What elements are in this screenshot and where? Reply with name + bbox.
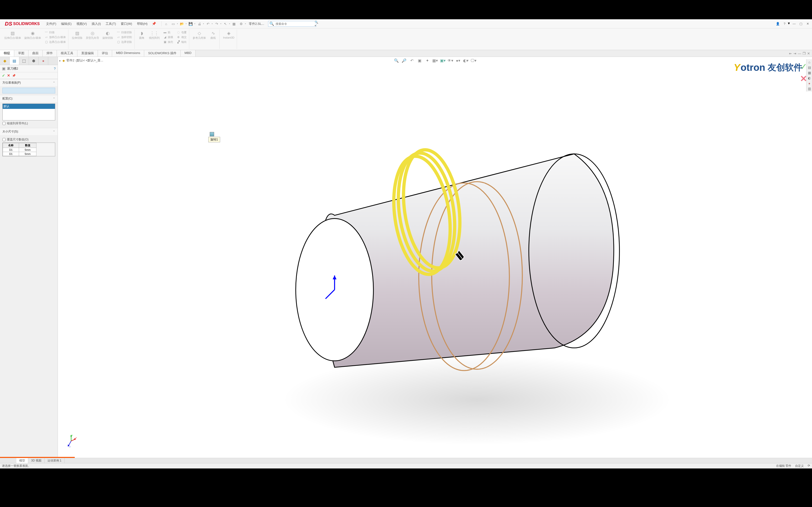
close-button[interactable]: ✕	[804, 21, 811, 27]
zoom-fit-icon[interactable]: 🔍	[393, 57, 400, 64]
open-icon[interactable]: 📂	[179, 21, 185, 27]
fm-tab-feature[interactable]: ◆	[0, 57, 10, 65]
menu-edit[interactable]: 编辑(E)	[59, 22, 74, 26]
hide-show-icon[interactable]: 👁▾	[447, 57, 454, 64]
tab-motion-study[interactable]: 运动算例 1	[45, 458, 65, 463]
pin-icon[interactable]: 📌	[150, 22, 158, 26]
ref-geometry-button[interactable]: ◇参考几何体	[192, 30, 207, 40]
section-size[interactable]: 大小尺寸(S): ⌃	[0, 128, 58, 135]
tab-weldments[interactable]: 焊件	[43, 50, 57, 57]
loft-button[interactable]: ▱放样凸台/基体	[43, 35, 67, 40]
collapse-right-icon[interactable]: ⇥	[794, 52, 796, 55]
tab-features[interactable]: 特征	[0, 50, 14, 57]
save-icon[interactable]: 💾	[188, 21, 194, 27]
home-icon[interactable]: ⌂	[163, 21, 169, 27]
undo-icon[interactable]: ↶	[205, 21, 211, 27]
maximize-button[interactable]: ▢	[798, 21, 804, 27]
tab-sketch[interactable]: 草图	[14, 50, 29, 57]
revolve-cut-button[interactable]: ◐旋转切除	[101, 30, 114, 44]
menu-view[interactable]: 视图(V)	[74, 22, 89, 26]
display-style-icon[interactable]: ▣▾	[440, 57, 446, 64]
help-icon[interactable]: ?	[781, 21, 788, 27]
rebuild-icon[interactable]: ▦	[231, 21, 237, 27]
custom-props-icon[interactable]: ▥	[807, 86, 812, 91]
sweep-cut-button[interactable]: 〰扫描切除	[115, 30, 133, 35]
table-row[interactable]: D1 5mm	[3, 148, 36, 152]
override-dimension-checkbox[interactable]: 覆盖尺寸数值(O)	[2, 136, 55, 143]
config-item-default[interactable]: 默认	[3, 104, 55, 109]
instant3d-button[interactable]: ◈Instant3D	[222, 30, 235, 40]
previous-view-icon[interactable]: ↶	[409, 57, 415, 64]
sweep-button[interactable]: 〰扫描	[43, 30, 67, 35]
pm-cancel-button[interactable]: ✕	[7, 73, 10, 78]
fm-tab-config[interactable]: ⬚	[19, 57, 29, 65]
minimize-button[interactable]: —	[791, 21, 798, 27]
tab-3d-views[interactable]: 3D 视图	[28, 458, 45, 463]
table-row[interactable]: D1 5mm	[3, 152, 36, 156]
zoom-area-icon[interactable]: 🔎	[401, 57, 407, 64]
fm-tab-property[interactable]: ▤	[10, 57, 19, 65]
user-icon[interactable]: 👤	[774, 21, 781, 27]
view-settings-icon[interactable]: 🖵▾	[470, 57, 477, 64]
status-refresh-icon[interactable]: ⟳	[808, 464, 810, 468]
section-datum-plane[interactable]: 方位基准面(P) ⌃	[0, 79, 58, 86]
view-palette-icon[interactable]: ◐	[807, 76, 812, 80]
window-minimize-icon[interactable]: —	[798, 52, 801, 55]
intersect-button[interactable]: ⊗相交	[175, 35, 188, 40]
draft-button[interactable]: ◢拔模	[162, 35, 174, 40]
file-explorer-icon[interactable]: ▦	[807, 70, 812, 75]
window-restore-icon[interactable]: ❐	[803, 52, 806, 55]
menu-help[interactable]: 帮助(H)	[135, 22, 150, 26]
extrude-boss-button[interactable]: ▧拉伸凸台/基体	[3, 30, 22, 44]
apply-scene-icon[interactable]: ◐▾	[463, 57, 469, 64]
tab-mbd[interactable]: MBD	[181, 50, 196, 57]
curves-button[interactable]: ∿曲线	[208, 30, 218, 40]
tab-model[interactable]: 模型	[16, 458, 28, 463]
redo-icon[interactable]: ↷	[214, 21, 220, 27]
menu-tools[interactable]: 工具(T)	[103, 22, 118, 26]
fm-tab-dimxpert[interactable]: ⊕	[29, 57, 39, 65]
select-icon[interactable]: ↖	[222, 21, 229, 27]
design-library-icon[interactable]: ▤	[807, 65, 812, 70]
loft-cut-button[interactable]: ▱放样切割	[115, 35, 133, 40]
view-orientation-icon[interactable]: ▦▾	[432, 57, 438, 64]
wrap-button[interactable]: ◌包覆	[175, 30, 188, 35]
home-pane-icon[interactable]: ⌂	[807, 60, 812, 65]
tab-evaluate[interactable]: 评估	[98, 50, 112, 57]
mirror-button[interactable]: ▞镜向	[175, 40, 188, 44]
tab-mbd-dimensions[interactable]: MBD Dimensions	[112, 50, 144, 57]
search-input[interactable]	[274, 22, 313, 25]
rib-button[interactable]: ▬筋	[162, 30, 174, 35]
print-icon[interactable]: 🖨	[196, 21, 203, 27]
collapse-left-icon[interactable]: ⇤	[789, 52, 792, 55]
menu-window[interactable]: 窗口(W)	[118, 22, 135, 26]
breadcrumb-arrow-icon[interactable]: ▸	[59, 59, 61, 62]
hole-wizard-button[interactable]: ◎异型孔向导	[85, 30, 100, 44]
shell-button[interactable]: ▣抽壳	[162, 40, 174, 44]
link-to-library-checkbox[interactable]: 链接到库零件(L)	[2, 120, 55, 126]
status-custom[interactable]: 自定义	[795, 464, 804, 468]
boundary-cut-button[interactable]: ▢边界切除	[115, 40, 133, 44]
revolve-boss-button[interactable]: ◉旋转凸台/基体	[23, 30, 42, 44]
menu-insert[interactable]: 插入(I)	[89, 22, 103, 26]
tab-mold-tools[interactable]: 模具工具	[57, 50, 78, 57]
tab-addins[interactable]: SOLIDWORKS 插件	[144, 50, 181, 57]
breadcrumb-part[interactable]: 零件2	[66, 58, 74, 63]
linear-pattern-button[interactable]: ⋮⋮线性阵列	[148, 30, 161, 44]
search-go-icon[interactable]: 🔍▾	[313, 20, 320, 27]
dynamic-view-icon[interactable]: ✦	[424, 57, 430, 64]
fillet-button[interactable]: ◗圆角	[137, 30, 147, 44]
fm-tab-display[interactable]: ●	[39, 57, 48, 65]
pm-pin-button[interactable]: 📌	[12, 74, 16, 77]
edit-appearance-icon[interactable]: ●▾	[455, 57, 461, 64]
new-icon[interactable]: ▭	[170, 21, 176, 27]
search-box[interactable]: 🔍 🔍▾	[268, 21, 316, 27]
config-list[interactable]: 默认	[2, 104, 55, 120]
orientation-triad[interactable]: x y z	[65, 434, 77, 448]
section-view-icon[interactable]: ▣	[416, 57, 423, 64]
tab-surfaces[interactable]: 曲面	[29, 50, 43, 57]
pm-ok-button[interactable]: ✓	[2, 73, 5, 78]
appearances-icon[interactable]: ●	[807, 81, 812, 86]
menu-file[interactable]: 文件(F)	[44, 22, 59, 26]
datum-plane-input[interactable]	[2, 88, 55, 94]
